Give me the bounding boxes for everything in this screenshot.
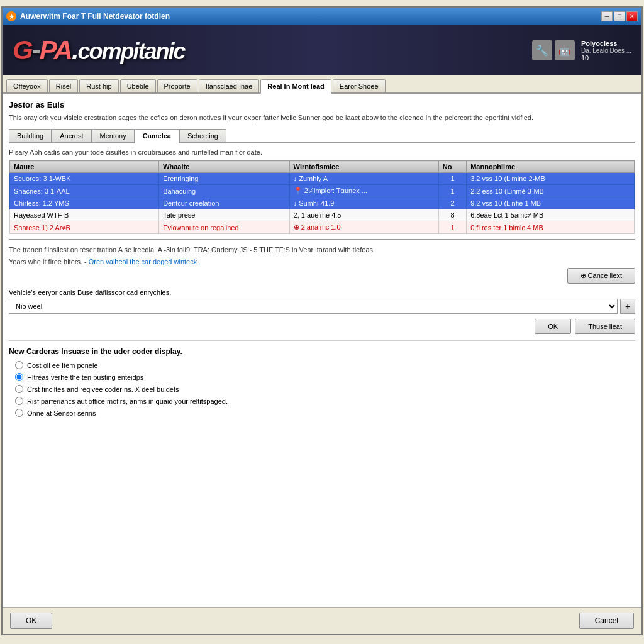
title-bar-buttons: ─ □ ✕ [601,11,638,21]
radio-label-0: Cost oll ee Item ponele [27,362,98,369]
plus-button[interactable]: + [620,299,635,314]
info-section: The tranen fiinsiicst on teser tration A… [9,245,635,267]
cell-mannop: 9.2 vss 10 (Linfie 1 MB [467,197,635,209]
ok-button[interactable]: OK [535,319,571,334]
cell-no: 1 [438,173,466,185]
tab-rust-hip[interactable]: Rust hip [79,79,118,92]
tab-ubeble[interactable]: Ubeble [120,79,156,92]
info-text-1: The tranen fiinsiicst on teser tration A… [9,245,635,255]
header-icons: 🔧 🤖 [532,40,575,60]
tool-icon-1[interactable]: 🔧 [532,40,552,60]
cell-name: Sharese 1) 2 Ar≠B [10,221,159,234]
radio-item-0: Cost oll ee Item ponele [15,361,635,369]
radio-item-3: Risf parferiancs aut office mofirs, anms… [15,397,635,405]
col-header-wirntofismice: Wirntofismice [289,161,438,173]
vehicle-section: Vehicle's eeryor canis Buse daflissoor c… [9,289,635,314]
profile-score: 10 [581,54,589,62]
section-title: Jestor as Euls [9,100,635,109]
info-link[interactable]: Oren vaiheal the car deged winteck [89,258,197,265]
maximize-button[interactable]: □ [614,11,625,21]
thuse-button[interactable]: Thuse lieat [575,319,635,334]
new-cards-title: New Carderas Insuase in the uder coder d… [9,347,635,356]
cell-name: Scuores: 3 1-WBK [10,173,159,185]
header-right: 🔧 🤖 Polyocless Da. Lealo Does ... 10 [532,40,631,62]
cell-value: Dentcur creelation [159,197,289,209]
close-button[interactable]: ✕ [626,11,638,21]
cell-value: Erenringing [159,173,289,185]
vehicle-select[interactable]: Nio weel [9,299,618,314]
radio-input-2[interactable] [15,385,23,393]
radio-input-0[interactable] [15,361,23,369]
content-area: Jestor as Euls This oraylork you visicle… [3,94,641,607]
section-description: This oraylork you visicle crestration sa… [9,113,635,123]
new-cards-section: New Carderas Insuase in the uder coder d… [9,347,635,417]
radio-input-3[interactable] [15,397,23,405]
logo: G-PA.compitanic [13,35,185,65]
subtab-scheeting[interactable]: Scheeting [179,129,226,142]
cell-no: 2 [438,197,466,209]
ok-thuse-row: OK Thuse lieat [9,319,635,334]
app-icon: ★ [6,11,16,21]
cell-value: Eviowanute on regalined [159,221,289,234]
header-banner: G-PA.compitanic 🔧 🤖 Polyocless Da. Lealo… [3,25,641,75]
title-bar: ★ Auwerwitm Foar T Full Netdevator fotdi… [3,8,641,25]
table-row[interactable]: Sharese 1) 2 Ar≠B Eviowanute on regaline… [10,221,635,234]
sub-tabs: Buildting Ancrest Mentony Camelea Scheet… [9,129,635,143]
radio-label-1: Hltreas verhe the ten pusting enteidps [27,374,143,381]
table-description: Pisary Aph cadis can your tode cisultes … [9,148,635,156]
vehicle-label: Vehicle's eeryor canis Buse daflissoor c… [9,289,635,296]
minimize-button[interactable]: ─ [601,11,613,21]
radio-input-4[interactable] [15,409,23,417]
info-text-2: Years whe it firee hiters. [9,258,82,265]
tab-risel[interactable]: Risel [49,79,78,92]
separator [9,340,635,341]
radio-group: Cost oll ee Item poneleHltreas verhe the… [9,361,635,417]
subtab-camelea[interactable]: Camelea [135,129,179,143]
data-table: Maure Whaalte Wirntofismice No Mannophii… [9,160,635,234]
cell-mannop: 2.2 ess 10 (Linmě 3-MB [467,185,635,197]
cancel-btn-row: ⊕ Cance liext [9,268,635,284]
table-row[interactable]: Scuores: 3 1-WBK Erenringing ↓ Zumhiy A … [10,173,635,185]
cell-name: Rayeased WTF-B [10,209,159,221]
data-table-container[interactable]: Maure Whaalte Wirntofismice No Mannophii… [9,160,635,240]
radio-item-2: Crst finciltes and reqivee coder ns. X d… [15,385,635,393]
cell-name: Chirless: 1.2 YMS [10,197,159,209]
bottom-ok-button[interactable]: OK [10,613,52,629]
bottom-cancel-button[interactable]: Cancel [579,613,634,629]
cell-mannop: 6.8eae Lct 1 5amc≠ MB [467,209,635,221]
cell-info: ↓ Sumhi-41.9 [289,197,438,209]
radio-item-4: Onne at Sensor serins [15,409,635,417]
tab-real-in-mont-lead[interactable]: Real In Mont lead [260,79,331,94]
cell-value: Tate prese [159,209,289,221]
profile-name: Polyocless [581,40,617,47]
cell-mannop: 0.fi res ter 1 bimic 4 MB [467,221,635,234]
cell-info: 📍 2¼implor: Tαunex ... [289,185,438,197]
main-tabs: Offeyoox Risel Rust hip Ubeble Proporte … [3,75,641,94]
radio-label-4: Onne at Sensor serins [27,409,96,417]
table-row[interactable]: Chirless: 1.2 YMS Dentcur creelation ↓ S… [10,197,635,209]
tab-earor-shoee[interactable]: Earor Shoee [333,79,386,92]
subtab-ancrest[interactable]: Ancrest [52,129,91,142]
cell-info: 2, 1 auelme 4.5 [289,209,438,221]
col-header-whaalte: Whaalte [159,161,289,173]
bottom-bar: OK Cancel [3,607,641,634]
tab-offeyoox[interactable]: Offeyoox [6,79,48,92]
cell-mannop: 3.2 vss 10 (Limine 2-MB [467,173,635,185]
radio-label-3: Risf parferiancs aut office mofirs, anms… [27,397,228,405]
cell-no: 1 [438,185,466,197]
tool-icon-2[interactable]: 🤖 [555,40,575,60]
tab-proporte[interactable]: Proporte [157,79,197,92]
table-row[interactable]: Shacnes: 3 1-AAL Bahacuing 📍 2¼implor: T… [10,185,635,197]
cancel-next-button[interactable]: ⊕ Cance liext [567,268,635,284]
vehicle-input-row: Nio weel + [9,299,635,314]
cell-value: Bahacuing [159,185,289,197]
col-header-mannop: Mannophiime [467,161,635,173]
title-bar-text: Auwerwitm Foar T Full Netdevator fotdien [20,12,597,21]
tab-itansclaed[interactable]: Itansclaed Inae [199,79,260,92]
table-row[interactable]: Rayeased WTF-B Tate prese 2, 1 auelme 4.… [10,209,635,221]
cell-no: 8 [438,209,466,221]
subtab-buildting[interactable]: Buildting [9,129,52,142]
radio-label-2: Crst finciltes and reqivee coder ns. X d… [27,386,179,393]
subtab-mentony[interactable]: Mentony [92,129,135,142]
radio-input-1[interactable] [15,373,23,381]
